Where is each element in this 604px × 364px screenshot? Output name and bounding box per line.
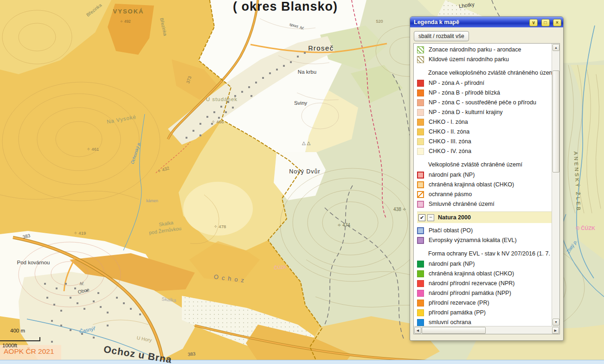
arrow-left-icon: ◀ — [417, 329, 419, 332]
legend-item-label: Natura 2000 — [438, 214, 471, 221]
bottom-strip — [0, 360, 604, 364]
legend-item-label: národní přírodní památka (NPP) — [429, 290, 511, 296]
legend-item: CHKO - IV. zóna — [417, 147, 552, 156]
square-icon: □ — [544, 20, 547, 25]
legend-swatch — [417, 172, 424, 179]
legend-item: ochranné pásmo — [417, 190, 552, 199]
legend-item: chráněná krajinná oblast (CHKO) — [417, 269, 552, 278]
natura-collapse-toggle[interactable]: − — [427, 214, 434, 221]
legend-item: národní park (NP) — [417, 170, 552, 179]
legend-swatch — [417, 261, 424, 268]
legend-item-label: smluvní ochrana — [429, 319, 471, 326]
collapse-button[interactable]: ∨ — [529, 19, 538, 26]
scale-label-metric: 400 m — [10, 328, 25, 333]
legend-swatch — [417, 319, 424, 326]
toggle-all-button[interactable]: sbalit / rozbalit vše — [414, 31, 469, 41]
close-icon: × — [556, 20, 559, 25]
legend-item-label: NP - zóna D - kulturní krajiny — [429, 109, 503, 115]
scroll-up-button[interactable]: ▲ — [553, 44, 559, 51]
legend-swatch — [417, 89, 424, 96]
legend-swatch — [417, 56, 424, 63]
legend-item: smluvní ochrana — [417, 318, 552, 326]
legend-rows: Zonace národního parku - arondaceKlidové… — [414, 45, 552, 326]
legend-item-label: přírodní rezervace (PR) — [429, 300, 489, 306]
legend-item-label: národní přírodní rezervace (NPR) — [429, 280, 515, 287]
legend-item-label: Evropsky významná lokalita (EVL) — [429, 237, 517, 243]
legend-item: národní přírodní rezervace (NPR) — [417, 279, 552, 288]
legend-item-label: chráněná krajinná oblast (CHKO) — [429, 181, 514, 188]
legend-swatch — [417, 270, 424, 277]
legend-item: NP - zóna B - přírodě blízká — [417, 88, 552, 97]
legend-list: Zonace národního parku - arondaceKlidové… — [413, 43, 560, 334]
legend-titlebar[interactable]: Legenda k mapě ∨ □ × — [410, 17, 563, 27]
legend-item-natura-2000[interactable]: ✔−Natura 2000 — [417, 211, 552, 223]
legend-item: chráněná krajinná oblast (CHKO) — [417, 180, 552, 189]
maximize-button[interactable]: □ — [541, 19, 550, 26]
legend-horizontal-scrollbar[interactable]: ◀ ▶ — [414, 326, 559, 334]
arrow-right-icon: ▶ — [554, 329, 557, 332]
legend-swatch — [417, 290, 424, 297]
legend-swatch — [417, 80, 424, 87]
legend-item: CHKO - I. zóna — [417, 117, 552, 127]
legend-swatch — [417, 181, 424, 188]
legend-item: Ptačí oblast (PO) — [417, 226, 552, 235]
arrow-up-icon: ▲ — [554, 46, 558, 49]
legend-item-label: Zonace národního parku - arondace — [429, 46, 521, 53]
attribution-label: AOPK ČR 2021 — [4, 347, 54, 356]
legend-panel: Legenda k mapě ∨ □ × sbalit / rozbalit v… — [410, 16, 564, 341]
legend-swatch — [417, 309, 424, 316]
legend-item-label: Smluvně chráněné území — [429, 201, 495, 207]
legend-item-label: chráněná krajinná oblast (CHKO) — [429, 270, 514, 277]
legend-item-label: CHKO - I. zóna — [429, 119, 468, 125]
legend-swatch — [417, 138, 424, 145]
legend-item: NP - zóna C - soustředěné péče o přírodu — [417, 98, 552, 107]
legend-item-label: národní park (NP) — [429, 261, 475, 267]
legend-swatch — [417, 237, 424, 244]
legend-item: CHKO - III. zóna — [417, 137, 552, 146]
legend-item-label: NP - zóna A - přírodní — [429, 80, 484, 86]
legend-swatch — [417, 191, 424, 198]
legend-item: přírodní rezervace (PR) — [417, 298, 552, 307]
legend-swatch — [417, 148, 424, 155]
legend-item-label: Klidové území národního parku — [429, 56, 509, 63]
scroll-left-button[interactable]: ◀ — [414, 327, 421, 334]
legend-swatch — [417, 201, 424, 208]
arrow-down-icon: ▼ — [554, 320, 558, 324]
legend-title: Legenda k mapě — [414, 19, 528, 26]
legend-item-label: NP - zóna B - přírodě blízká — [429, 89, 500, 96]
scroll-down-button[interactable]: ▼ — [553, 319, 559, 326]
legend-group-header: Velkoplošné zvláště chráněné území — [417, 160, 552, 169]
legend-item: Smluvně chráněné území — [417, 199, 552, 209]
legend-group-header: Zonace velkoplošného zvláště chráněného … — [417, 68, 552, 77]
legend-item: CHKO - II. zóna — [417, 127, 552, 136]
legend-item: NP - zóna D - kulturní krajiny — [417, 108, 552, 117]
legend-swatch — [417, 99, 424, 106]
legend-swatch — [417, 119, 424, 126]
legend-item: národní přírodní památka (NPP) — [417, 288, 552, 298]
natura-checkbox[interactable]: ✔ — [418, 214, 425, 221]
legend-swatch — [417, 227, 424, 234]
legend-item-label: CHKO - IV. zóna — [429, 148, 471, 154]
legend-item-label: ochranné pásmo — [429, 191, 472, 198]
close-button[interactable]: × — [553, 19, 561, 26]
legend-vertical-scrollbar[interactable]: ▲ ▼ — [552, 44, 559, 326]
vertical-scroll-thumb[interactable] — [553, 70, 559, 172]
legend-swatch — [417, 46, 424, 53]
chevron-down-icon: ∨ — [532, 20, 535, 25]
window-buttons: ∨ □ × — [528, 18, 561, 26]
horizontal-scroll-thumb[interactable] — [422, 327, 486, 334]
map-application: ( okres Blansko)Prosečsport. hř.Na krbuS… — [0, 0, 604, 364]
legend-item: NP - zóna A - přírodní — [417, 78, 552, 88]
legend-item: Zonace národního parku - arondace — [417, 45, 552, 54]
legend-item: přírodní památka (PP) — [417, 308, 552, 317]
legend-item: Evropsky významná lokalita (EVL) — [417, 236, 552, 245]
legend-swatch — [417, 128, 424, 135]
legend-item: národní park (NP) — [417, 259, 552, 268]
legend-item-label: přírodní památka (PP) — [429, 309, 486, 316]
legend-swatch — [417, 280, 424, 287]
scroll-right-button[interactable]: ▶ — [552, 327, 559, 334]
legend-swatch — [417, 109, 424, 116]
legend-group-header: Forma ochrany EVL - stav k NV 207/2016 (… — [417, 249, 552, 258]
legend-item-label: NP - zóna C - soustředěné péče o přírodu — [429, 99, 536, 106]
legend-item-label: Ptačí oblast (PO) — [429, 227, 473, 234]
